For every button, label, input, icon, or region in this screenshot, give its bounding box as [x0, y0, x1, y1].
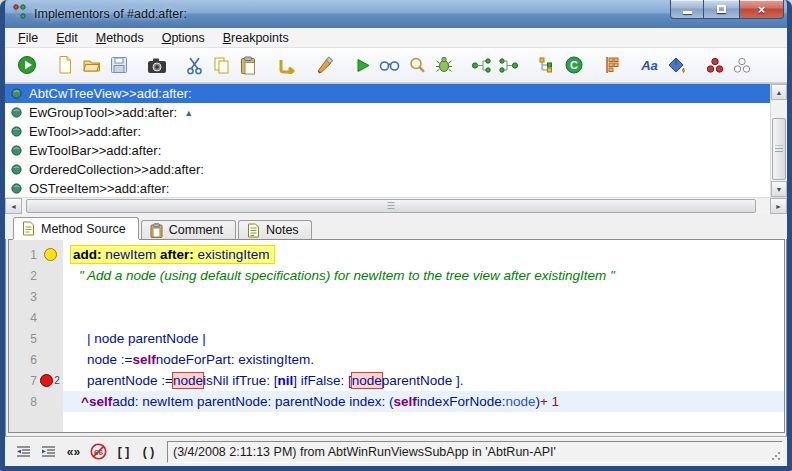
- snapshot-button[interactable]: [143, 52, 170, 78]
- menu-file[interactable]: File: [9, 29, 47, 47]
- tab-method-source[interactable]: Method Source: [13, 217, 139, 239]
- list-vertical-scrollbar[interactable]: ▲ ▼: [770, 84, 787, 197]
- no-comment-icon: 66: [90, 443, 107, 460]
- code-line[interactable]: 6node := self nodeForPart: existingItem.: [9, 349, 784, 370]
- tab-notes[interactable]: Notes: [238, 220, 312, 239]
- scroll-up-button[interactable]: ▲: [771, 84, 787, 100]
- code-line[interactable]: 4: [9, 307, 784, 328]
- minimize-icon: [683, 11, 692, 14]
- breakpoint-gutter[interactable]: 2: [37, 374, 63, 387]
- breakpoints-on-button[interactable]: [701, 52, 728, 78]
- menu-edit[interactable]: Edit: [47, 29, 87, 47]
- open-button[interactable]: [78, 52, 105, 78]
- code-line-content[interactable]: [63, 286, 784, 307]
- parentheses-button[interactable]: ( ): [136, 441, 161, 463]
- senders-button[interactable]: [468, 52, 495, 78]
- implementors-graph-icon: [498, 57, 519, 74]
- scroll-left-button[interactable]: ◄: [5, 198, 22, 214]
- save-button[interactable]: [105, 52, 132, 78]
- list-horizontal-scrollbar[interactable]: ◄ ►: [5, 197, 787, 214]
- close-button[interactable]: ×: [739, 0, 784, 19]
- marker-button[interactable]: [311, 52, 338, 78]
- code-line-content[interactable]: add: newItem after: existingItem: [63, 244, 784, 265]
- editor-lines: 1add: newItem after: existingItem2" Add …: [9, 244, 784, 412]
- indent-decrease-button[interactable]: [11, 441, 36, 463]
- code-line-content[interactable]: [63, 307, 784, 328]
- debug-button[interactable]: [430, 52, 457, 78]
- tab-comment[interactable]: Comment: [141, 220, 236, 239]
- window-title: Implementors of #add:after:: [34, 7, 187, 21]
- undo-button[interactable]: [273, 52, 300, 78]
- horizontal-scroll-track[interactable]: [22, 198, 770, 214]
- code-line[interactable]: 8^self add: newItem parentNode: parentNo…: [9, 391, 784, 412]
- indent-increase-button[interactable]: [36, 441, 61, 463]
- ladder-button[interactable]: [598, 52, 625, 78]
- list-item[interactable]: AbtCwTreeView>>add:after:: [5, 84, 770, 103]
- overridden-icon: ▲: [184, 108, 193, 118]
- maximize-button[interactable]: [704, 0, 739, 19]
- paste-button[interactable]: [235, 52, 262, 78]
- camera-icon: [147, 57, 167, 74]
- code-line[interactable]: 1add: newItem after: existingItem: [9, 244, 784, 265]
- menu-methods[interactable]: Methods: [87, 29, 153, 47]
- method-source-icon: [22, 221, 35, 236]
- list-item[interactable]: EwTool>>add:after:: [5, 122, 770, 141]
- menu-breakpoints[interactable]: Breakpoints: [214, 29, 298, 47]
- vertical-scroll-thumb[interactable]: [772, 118, 786, 180]
- code-line-content[interactable]: | node parentNode |: [63, 328, 784, 349]
- method-icon: [11, 183, 24, 194]
- implementors-list: AbtCwTreeView>>add:after:EwGroupTool>>ad…: [5, 84, 770, 197]
- scroll-right-button[interactable]: ►: [770, 198, 787, 214]
- method-source-editor[interactable]: 1add: newItem after: existingItem2" Add …: [8, 239, 785, 433]
- implementors-button[interactable]: [495, 52, 522, 78]
- guillemet-quotes-button[interactable]: «»: [61, 441, 86, 463]
- fill-color-button[interactable]: [663, 52, 690, 78]
- list-item-label: EwTool>>add:after:: [29, 124, 141, 139]
- hierarchy-icon: [538, 56, 556, 74]
- resize-grip[interactable]: [771, 451, 780, 460]
- code-line[interactable]: 3: [9, 286, 784, 307]
- statusbar: «» 66 [ ] ( ) (3/4/2008 2:11:13 PM) from…: [5, 436, 787, 466]
- execute-icon: [355, 57, 371, 74]
- line-number: 4: [9, 311, 37, 325]
- square-brackets-button[interactable]: [ ]: [111, 441, 136, 463]
- line-number: 5: [9, 332, 37, 346]
- list-item[interactable]: EwToolBar>>add:after:: [5, 141, 770, 160]
- titlebar[interactable]: Implementors of #add:after: ×: [5, 0, 787, 28]
- menu-options[interactable]: Options: [153, 29, 214, 47]
- search-button[interactable]: [403, 52, 430, 78]
- code-line-content[interactable]: ^self add: newItem parentNode: parentNod…: [63, 391, 784, 412]
- comment-icon: [150, 223, 163, 238]
- font-style-button[interactable]: Aa: [636, 52, 663, 78]
- new-method-button[interactable]: [51, 52, 78, 78]
- code-line[interactable]: 5| node parentNode |: [9, 328, 784, 349]
- code-line[interactable]: 2" Add a node (using default specificati…: [9, 265, 784, 286]
- save-icon: [110, 56, 128, 74]
- line-number: 8: [9, 395, 37, 409]
- code-line-content[interactable]: node := self nodeForPart: existingItem.: [63, 349, 784, 370]
- code-line[interactable]: 72parentNode := node isNil ifTrue: [ nil…: [9, 370, 784, 391]
- tab-label: Method Source: [41, 222, 126, 236]
- hierarchy-button[interactable]: [533, 52, 560, 78]
- close-icon: ×: [758, 3, 766, 16]
- list-item[interactable]: OSTreeItem>>add:after:: [5, 179, 770, 197]
- code-line-content[interactable]: " Add a node (using default specificatio…: [63, 265, 784, 286]
- breakpoint-yellow-icon[interactable]: [44, 248, 57, 261]
- list-item[interactable]: EwGroupTool>>add:after:▲: [5, 103, 770, 122]
- scroll-down-button[interactable]: ▼: [771, 181, 787, 197]
- breakpoint-red-icon[interactable]: [40, 374, 53, 387]
- horizontal-scroll-thumb[interactable]: [26, 199, 756, 213]
- breakpoint-gutter[interactable]: [37, 248, 63, 261]
- execute-button[interactable]: [349, 52, 376, 78]
- vertical-scroll-track[interactable]: [771, 100, 787, 181]
- code-line-content[interactable]: parentNode := node isNil ifTrue: [ nil ]…: [63, 370, 784, 391]
- copy-button[interactable]: [208, 52, 235, 78]
- browse-button[interactable]: [376, 52, 403, 78]
- category-button[interactable]: C: [560, 52, 587, 78]
- run-button[interactable]: [13, 52, 40, 78]
- list-item[interactable]: OrderedCollection>>add:after:: [5, 160, 770, 179]
- no-comment-button[interactable]: 66: [86, 441, 111, 463]
- minimize-button[interactable]: [670, 0, 704, 19]
- breakpoints-off-button[interactable]: [728, 52, 755, 78]
- cut-button[interactable]: [181, 52, 208, 78]
